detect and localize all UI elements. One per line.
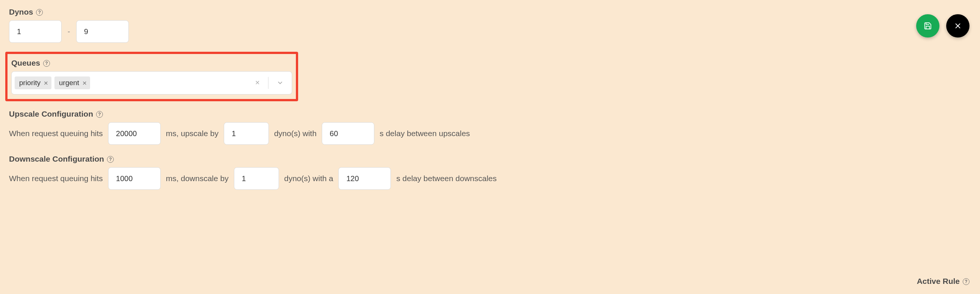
- downscale-threshold-input[interactable]: [108, 167, 161, 190]
- upscale-threshold-input[interactable]: [108, 122, 161, 145]
- queues-block: Queues priority ✕ urgent ✕ ✕: [5, 52, 298, 101]
- remove-tag-icon[interactable]: ✕: [82, 80, 87, 86]
- save-button[interactable]: [916, 14, 939, 38]
- downscale-unit1-text: ms, downscale by: [166, 174, 229, 183]
- separator: [268, 77, 269, 89]
- upscale-dynos-input[interactable]: [224, 122, 269, 145]
- dropdown-toggle[interactable]: [272, 79, 289, 86]
- active-rule-text: Active Rule: [917, 277, 960, 286]
- queue-tag-label: priority: [19, 79, 41, 87]
- range-dash: -: [68, 27, 70, 36]
- downscale-label: Downscale Configuration: [9, 155, 114, 163]
- downscale-unit3-text: s delay between downscales: [396, 174, 496, 183]
- downscale-delay-input[interactable]: [338, 167, 391, 190]
- dynos-label-text: Dynos: [9, 8, 33, 16]
- dynos-min-input[interactable]: [9, 20, 62, 43]
- queues-multiselect[interactable]: priority ✕ urgent ✕ ✕: [11, 71, 292, 95]
- upscale-label-text: Upscale Configuration: [9, 109, 93, 119]
- queues-label-text: Queues: [11, 58, 40, 68]
- upscale-unit2-text: dyno(s) with: [274, 129, 317, 138]
- downscale-unit2-text: dyno(s) with a: [284, 174, 333, 183]
- help-icon[interactable]: [36, 9, 43, 16]
- upscale-unit1-text: ms, upscale by: [166, 129, 218, 138]
- queues-label: Queues: [11, 58, 50, 68]
- help-icon[interactable]: [107, 156, 114, 163]
- queue-tag: priority ✕: [14, 76, 51, 89]
- close-icon: [954, 22, 962, 30]
- downscale-prefix-text: When request queuing hits: [9, 174, 103, 183]
- help-icon[interactable]: [963, 278, 969, 285]
- dynos-max-input[interactable]: [76, 20, 129, 43]
- clear-all-icon[interactable]: ✕: [250, 80, 265, 86]
- upscale-delay-input[interactable]: [322, 122, 374, 145]
- queue-tag: urgent ✕: [54, 76, 90, 89]
- help-icon[interactable]: [43, 60, 50, 67]
- remove-tag-icon[interactable]: ✕: [43, 80, 48, 86]
- downscale-dynos-input[interactable]: [234, 167, 279, 190]
- cancel-button[interactable]: [946, 14, 969, 38]
- chevron-down-icon: [277, 79, 283, 86]
- save-icon: [924, 22, 932, 30]
- downscale-label-text: Downscale Configuration: [9, 155, 104, 163]
- active-rule-label: Active Rule: [917, 277, 969, 286]
- queue-tag-label: urgent: [59, 79, 79, 87]
- help-icon[interactable]: [96, 111, 103, 118]
- upscale-label: Upscale Configuration: [9, 109, 103, 119]
- upscale-prefix-text: When request queuing hits: [9, 129, 103, 138]
- dynos-label: Dynos: [9, 8, 43, 16]
- upscale-unit3-text: s delay between upscales: [380, 129, 470, 138]
